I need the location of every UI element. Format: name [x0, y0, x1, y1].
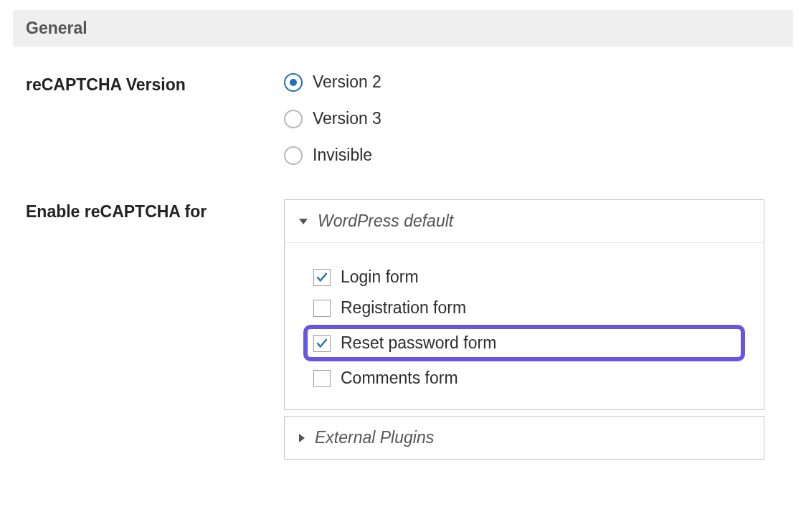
radio-label: Invisible — [313, 146, 372, 165]
radio-dot-icon — [290, 79, 297, 86]
section-title: General — [26, 19, 87, 37]
checkbox-icon — [313, 300, 331, 317]
checkbox-icon — [313, 335, 331, 352]
radio-circle-icon — [284, 146, 303, 165]
radio-invisible[interactable]: Invisible — [284, 146, 764, 165]
row-enable-recaptcha-for: Enable reCAPTCHA for WordPress default L… — [13, 199, 793, 465]
checkbox-icon — [313, 370, 331, 387]
label-enable-recaptcha-for: Enable reCAPTCHA for — [13, 199, 284, 222]
accordion-title: WordPress default — [318, 212, 453, 231]
checkbox-icon — [313, 269, 331, 286]
accordion-external-plugins: External Plugins — [284, 416, 764, 460]
section-header-general: General — [13, 10, 793, 47]
checkbox-label: Registration form — [341, 298, 466, 318]
radio-circle-icon — [284, 110, 303, 128]
accordion-header-external-plugins[interactable]: External Plugins — [285, 417, 764, 459]
radio-version-2[interactable]: Version 2 — [284, 72, 764, 92]
checkbox-label: Comments form — [341, 369, 458, 388]
checkbox-label: Reset password form — [341, 333, 496, 353]
accordion-wordpress-default: WordPress default Login form Registratio… — [284, 199, 764, 410]
accordion-header-wordpress-default[interactable]: WordPress default — [285, 200, 764, 243]
chevron-right-icon — [299, 434, 305, 442]
checkbox-registration-form[interactable]: Registration form — [306, 293, 742, 323]
radio-label: Version 2 — [313, 72, 381, 92]
radio-version-3[interactable]: Version 3 — [284, 109, 764, 128]
radio-circle-icon — [284, 73, 303, 92]
accordion-title: External Plugins — [315, 428, 434, 447]
field-enable-recaptcha-for: WordPress default Login form Registratio… — [284, 199, 793, 465]
checkbox-comments-form[interactable]: Comments form — [306, 363, 742, 394]
checkbox-reset-password-form[interactable]: Reset password form — [303, 325, 745, 361]
chevron-down-icon — [299, 219, 308, 224]
row-recaptcha-version: reCAPTCHA Version Version 2 Version 3 In… — [13, 72, 793, 165]
label-recaptcha-version: reCAPTCHA Version — [13, 72, 284, 95]
radio-group-version: Version 2 Version 3 Invisible — [284, 72, 764, 165]
checkbox-login-form[interactable]: Login form — [306, 262, 742, 293]
radio-label: Version 3 — [313, 109, 381, 128]
checkbox-label: Login form — [341, 267, 419, 287]
field-recaptcha-version: Version 2 Version 3 Invisible — [284, 72, 793, 165]
accordion-body-wordpress-default: Login form Registration form Reset passw… — [285, 243, 764, 409]
